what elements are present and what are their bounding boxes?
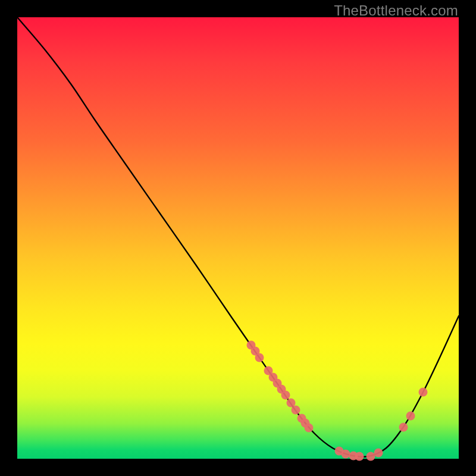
watermark-text: TheBottleneck.com (334, 2, 458, 19)
data-markers (247, 341, 428, 461)
data-marker (281, 391, 290, 400)
data-marker (367, 452, 375, 461)
data-marker (355, 452, 364, 461)
data-marker (419, 388, 428, 397)
data-marker (406, 412, 415, 421)
data-marker (399, 423, 408, 432)
data-marker (374, 449, 383, 458)
data-marker (255, 353, 264, 362)
data-marker (292, 406, 300, 415)
bottleneck-curve (17, 17, 459, 457)
data-marker (342, 450, 350, 459)
chart-stage: TheBottleneck.com (0, 0, 476, 476)
plot-area (17, 17, 459, 459)
data-marker (305, 424, 314, 433)
chart-svg (17, 17, 459, 459)
